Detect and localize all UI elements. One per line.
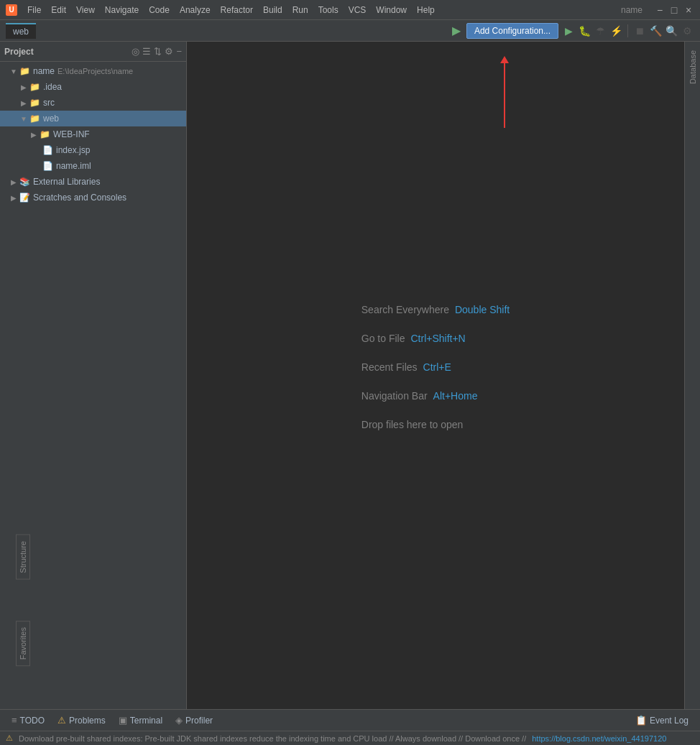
menu-edit[interactable]: Edit	[47, 4, 70, 17]
src-folder-icon: 📁	[29, 97, 40, 108]
main-toolbar: web ▶ Add Configuration... ▶ 🐛 ☂ ⚡ ⏹ 🔨 🔍…	[0, 20, 700, 42]
hint-search-label: Search Everywhere	[361, 304, 449, 315]
run-indicator-icon: ▶	[449, 24, 464, 38]
search-everywhere-icon[interactable]: 🔍	[664, 24, 678, 38]
profile-button[interactable]: ⚡	[609, 24, 623, 38]
root-path: E:\IdeaProjects\name	[57, 67, 133, 75]
panel-close-icon[interactable]: −	[176, 46, 182, 57]
status-warning-icon: ⚠	[6, 734, 13, 743]
tree-root[interactable]: ▼ 📁 name E:\IdeaProjects\name	[0, 63, 186, 79]
root-label: name	[33, 66, 55, 76]
project-tree: ▼ 📁 name E:\IdeaProjects\name ▶ 📁 .idea …	[0, 62, 186, 709]
panel-collapse-icon[interactable]: ☰	[142, 46, 151, 57]
extlibs-arrow[interactable]: ▶	[9, 177, 19, 187]
app-logo: U	[6, 4, 17, 16]
editor-area[interactable]: Search Everywhere Double Shift Go to Fil…	[187, 42, 684, 709]
menu-window[interactable]: Window	[372, 4, 411, 17]
web-label: web	[43, 114, 59, 124]
stop-button[interactable]: ⏹	[632, 24, 647, 38]
nameiml-label: name.iml	[56, 161, 91, 171]
profiler-icon: ◈	[175, 715, 183, 726]
terminal-tab[interactable]: ▣ Terminal	[113, 712, 168, 728]
editor-hints: Search Everywhere Double Shift Go to Fil…	[361, 304, 510, 448]
scratches-arrow[interactable]: ▶	[9, 193, 19, 203]
hint-nav-bar: Navigation Bar Alt+Home	[361, 390, 510, 402]
webinf-folder-icon: 📁	[39, 129, 50, 140]
webinf-label: WEB-INF	[53, 129, 90, 139]
coverage-button[interactable]: ☂	[593, 24, 607, 38]
hint-nav-label: Navigation Bar	[361, 390, 428, 402]
menu-help[interactable]: Help	[413, 4, 439, 17]
tree-name-iml[interactable]: 📄 name.iml	[0, 158, 186, 174]
problems-tab[interactable]: ⚠ Problems	[52, 712, 111, 728]
hint-goto-label: Go to File	[361, 333, 405, 344]
structure-panel-label[interactable]: Structure	[16, 535, 30, 580]
web-folder-icon: 📁	[29, 113, 40, 124]
src-arrow[interactable]: ▶	[19, 98, 29, 108]
tree-idea[interactable]: ▶ 📁 .idea	[0, 79, 186, 95]
profiler-label: Profiler	[185, 716, 213, 726]
menu-build[interactable]: Build	[259, 4, 287, 17]
project-tab[interactable]: web	[6, 23, 36, 39]
menu-tools[interactable]: Tools	[314, 4, 343, 17]
indexjsp-label: index.jsp	[56, 145, 90, 155]
bottom-toolbar: ≡ TODO ⚠ Problems ▣ Terminal ◈ Profiler …	[0, 709, 700, 731]
web-arrow[interactable]: ▼	[19, 114, 29, 124]
profiler-tab[interactable]: ◈ Profiler	[170, 712, 218, 728]
build-button[interactable]: 🔨	[648, 24, 663, 38]
extlibs-icon: 📚	[19, 176, 30, 188]
hint-drop-files: Drop files here to open	[361, 419, 510, 430]
minimize-button[interactable]: −	[654, 4, 666, 16]
hint-goto-file: Go to File Ctrl+Shift+N	[361, 333, 510, 344]
close-button[interactable]: ×	[683, 4, 694, 16]
hint-nav-key: Alt+Home	[433, 390, 478, 402]
menu-analyze[interactable]: Analyze	[175, 4, 215, 17]
webinf-arrow[interactable]: ▶	[29, 129, 39, 139]
panel-expand-icon[interactable]: ⇅	[154, 46, 162, 57]
tree-index-jsp[interactable]: 📄 index.jsp	[0, 142, 186, 158]
favorites-panel-label[interactable]: Favorites	[16, 621, 30, 666]
root-expand-arrow[interactable]: ▼	[9, 66, 19, 76]
panel-locate-icon[interactable]: ◎	[132, 46, 139, 57]
settings-icon[interactable]: ⚙	[680, 24, 694, 38]
menu-bar[interactable]: File Edit View Navigate Code Analyze Ref…	[23, 4, 439, 17]
hint-recent-key: Ctrl+E	[423, 361, 451, 373]
tree-scratches[interactable]: ▶ 📝 Scratches and Consoles	[0, 190, 186, 205]
hint-goto-key: Ctrl+Shift+N	[410, 333, 465, 344]
project-panel-title: Project	[4, 47, 34, 57]
menu-run[interactable]: Run	[288, 4, 313, 17]
title-bar: U File Edit View Navigate Code Analyze R…	[0, 0, 700, 20]
menu-refactor[interactable]: Refactor	[216, 4, 257, 17]
right-panel-strip[interactable]: Database	[684, 42, 700, 709]
project-panel: Project ◎ ☰ ⇅ ⚙ − ▼ 📁 name E:\IdeaProjec…	[0, 42, 187, 709]
window-controls[interactable]: − □ ×	[654, 4, 694, 16]
menu-vcs[interactable]: VCS	[344, 4, 371, 17]
menu-navigate[interactable]: Navigate	[101, 4, 143, 17]
status-url[interactable]: https://blog.csdn.net/weixin_44197120	[532, 734, 666, 743]
status-text: Download pre-built shared indexes: Pre-b…	[19, 734, 526, 743]
tree-web[interactable]: ▼ 📁 web	[0, 111, 186, 126]
idea-folder-icon: 📁	[29, 81, 40, 93]
hint-search-everywhere: Search Everywhere Double Shift	[361, 304, 510, 315]
todo-tab[interactable]: ≡ TODO	[6, 712, 50, 728]
window-title: name	[621, 5, 643, 15]
tree-src[interactable]: ▶ 📁 src	[0, 95, 186, 111]
tree-external-libs[interactable]: ▶ 📚 External Libraries	[0, 174, 186, 190]
add-configuration-button[interactable]: Add Configuration...	[466, 23, 558, 39]
event-log-tab[interactable]: 📋 Event Log	[630, 712, 694, 728]
problems-icon: ⚠	[57, 715, 66, 726]
project-panel-header: Project ◎ ☰ ⇅ ⚙ −	[0, 42, 186, 62]
run-button[interactable]: ▶	[561, 24, 576, 38]
menu-view[interactable]: View	[72, 4, 99, 17]
idea-arrow[interactable]: ▶	[19, 82, 29, 92]
tree-web-inf[interactable]: ▶ 📁 WEB-INF	[0, 126, 186, 142]
menu-file[interactable]: File	[23, 4, 45, 17]
todo-label: TODO	[20, 716, 45, 726]
menu-code[interactable]: Code	[144, 4, 174, 17]
database-panel-label[interactable]: Database	[689, 45, 697, 90]
scratches-icon: 📝	[19, 192, 30, 203]
hint-recent-label: Recent Files	[361, 361, 418, 373]
panel-settings-icon[interactable]: ⚙	[165, 46, 173, 57]
maximize-button[interactable]: □	[668, 4, 680, 16]
debug-button[interactable]: 🐛	[577, 24, 591, 38]
